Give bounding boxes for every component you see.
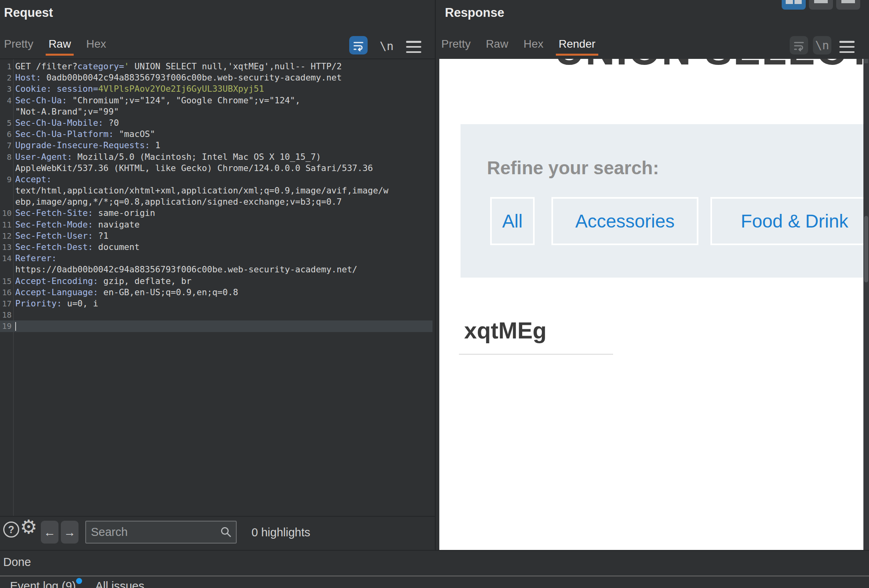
filter-button-food-drink[interactable]: Food & Drink — [710, 197, 863, 245]
editor-top-divider — [0, 58, 435, 59]
search-previous-button[interactable]: ← — [41, 521, 58, 544]
code-line[interactable]: 16Accept-Language: en-GB,en-US;q=0.9,en;… — [0, 287, 434, 298]
line-number: 19 — [0, 320, 12, 332]
maximize-icon — [841, 0, 855, 3]
code-line[interactable]: 12Sec-Fetch-User: ?1 — [0, 230, 434, 242]
code-line-text: Cookie: session=4VlPlsPAov2YOe2Ij6GyUL33… — [15, 83, 264, 95]
code-line[interactable]: 15Accept-Encoding: gzip, deflate, br — [0, 276, 434, 287]
code-line-text: Sec-Ch-Ua-Platform: "macOS" — [15, 129, 155, 140]
tab-raw[interactable]: Raw — [486, 38, 508, 56]
line-number: 3 — [0, 83, 12, 95]
response-word-wrap-toggle-button[interactable] — [790, 36, 808, 54]
code-line[interactable]: 10Sec-Fetch-Site: same-origin — [0, 207, 434, 219]
code-line-text: Sec-Fetch-User: ?1 — [15, 230, 109, 242]
code-line[interactable]: "Not-A.Brand";v="99" — [0, 106, 434, 117]
code-line[interactable]: https://0adb00b0042c94a88356793f006c00be… — [0, 264, 434, 275]
code-line-text — [15, 320, 16, 332]
help-button[interactable]: ? — [3, 522, 19, 538]
code-line[interactable]: text/html,application/xhtml+xml,applicat… — [0, 185, 434, 196]
code-line-text: Host: 0adb00b0042c94a88356793f006c00be.w… — [15, 72, 342, 83]
word-wrap-toggle-button[interactable] — [349, 36, 368, 54]
newline-toggle-button[interactable]: \n — [380, 39, 394, 53]
response-scrollbar-track[interactable] — [863, 59, 869, 550]
code-line-text: User-Agent: Mozilla/5.0 (Macintosh; Inte… — [15, 151, 321, 163]
code-line[interactable]: 13Sec-Fetch-Dest: document — [0, 242, 434, 253]
response-newline-toggle-button[interactable]: \n — [813, 36, 831, 54]
code-line-text: https://0adb00b0042c94a88356793f006c00be… — [15, 264, 357, 275]
code-line-text: ebp,image/apng,*/*;q=0.8,application/sig… — [15, 196, 342, 207]
hamburger-icon — [839, 41, 855, 43]
all-issues-button[interactable]: All issues — [95, 580, 145, 588]
line-number: 4 — [0, 95, 12, 106]
code-line-text: Sec-Fetch-Site: same-origin — [15, 207, 155, 219]
code-line[interactable]: 4Sec-Ch-Ua: "Chromium";v="124", "Google … — [0, 95, 434, 106]
code-line[interactable]: AppleWebKit/537.36 (KHTML, like Gecko) C… — [0, 163, 434, 174]
code-line[interactable]: ebp,image/apng,*/*;q=0.8,application/sig… — [0, 196, 434, 207]
layout-columns-button[interactable] — [782, 0, 806, 10]
code-line-text: text/html,application/xhtml+xml,applicat… — [15, 185, 388, 196]
filter-button-all[interactable]: All — [490, 197, 535, 245]
code-line[interactable]: 17Priority: u=0, i — [0, 298, 434, 309]
refine-search-panel: Refine your search: AllAccessoriesFood &… — [461, 124, 863, 278]
line-number: 5 — [0, 117, 12, 129]
request-panel: Request PrettyRawHex \n 1GET /filter?cat… — [0, 0, 435, 550]
code-line-text: Referer: — [15, 253, 57, 264]
search-next-button[interactable]: → — [61, 521, 78, 544]
result-heading-rule — [459, 354, 613, 355]
code-line-text: Sec-Fetch-Mode: navigate — [15, 219, 140, 230]
code-line-text: Accept: — [15, 174, 52, 185]
search-field-wrapper — [85, 521, 237, 544]
highlights-count: 0 highlights — [251, 526, 310, 539]
response-scrollbar-thumb[interactable] — [864, 216, 868, 282]
request-tab-bar: PrettyRawHex — [4, 38, 106, 56]
line-number: 1 — [0, 61, 12, 72]
status-divider — [0, 576, 869, 576]
tab-hex[interactable]: Hex — [86, 38, 106, 56]
arrow-left-icon: ← — [44, 526, 56, 539]
tab-pretty[interactable]: Pretty — [441, 38, 471, 56]
code-line-selected[interactable]: 19 — [0, 320, 432, 332]
tab-pretty[interactable]: Pretty — [4, 38, 33, 56]
code-line[interactable]: 6Sec-Ch-Ua-Platform: "macOS" — [0, 129, 434, 140]
filter-button-accessories[interactable]: Accessories — [551, 197, 698, 245]
layout-maximize-button[interactable] — [836, 0, 860, 10]
code-line[interactable]: 11Sec-Fetch-Mode: navigate — [0, 219, 434, 230]
line-number: 15 — [0, 276, 12, 287]
line-number: 13 — [0, 242, 12, 253]
settings-button[interactable]: ⚙ — [20, 518, 37, 537]
event-log-button[interactable]: Event log (9) — [10, 580, 76, 588]
line-number: 11 — [0, 219, 12, 230]
tab-raw[interactable]: Raw — [48, 38, 71, 56]
code-line-text: Upgrade-Insecure-Requests: 1 — [15, 140, 160, 151]
code-line[interactable]: 5Sec-Ch-Ua-Mobile: ?0 — [0, 117, 434, 129]
search-input[interactable] — [85, 521, 237, 544]
code-line-text: Sec-Fetch-Dest: document — [15, 242, 140, 253]
code-line[interactable]: 2Host: 0adb00b0042c94a88356793f006c00be.… — [0, 72, 434, 83]
tab-hex[interactable]: Hex — [523, 38, 543, 56]
code-line[interactable]: 1GET /filter?category=' UNION SELECT nul… — [0, 61, 434, 72]
arrow-right-icon: → — [64, 526, 76, 539]
toolbar-divider — [0, 516, 435, 517]
code-line-text: AppleWebKit/537.36 (KHTML, like Gecko) C… — [15, 163, 373, 174]
code-line[interactable]: 3Cookie: session=4VlPlsPAov2YOe2Ij6GyUL3… — [0, 83, 434, 95]
code-line[interactable]: 14Referer: — [0, 253, 434, 264]
request-editor[interactable]: 1GET /filter?category=' UNION SELECT nul… — [0, 61, 434, 332]
layout-rows-button[interactable] — [809, 0, 833, 10]
hamburger-icon — [406, 41, 421, 43]
gear-icon: ⚙ — [20, 516, 37, 538]
request-menu-button[interactable] — [406, 41, 421, 53]
code-line[interactable]: 7Upgrade-Insecure-Requests: 1 — [0, 140, 434, 151]
code-line[interactable]: 18 — [0, 309, 434, 320]
status-done-label: Done — [3, 556, 31, 569]
code-line-text: Priority: u=0, i — [15, 298, 98, 309]
search-icon — [220, 526, 232, 538]
word-wrap-icon — [793, 39, 805, 51]
response-render-view: UNION SELECT null Refine your search: Al… — [439, 59, 863, 550]
code-line-text: Accept-Encoding: gzip, deflate, br — [15, 276, 191, 287]
code-line[interactable]: 9Accept: — [0, 174, 434, 185]
code-line[interactable]: 8User-Agent: Mozilla/5.0 (Macintosh; Int… — [0, 151, 434, 163]
tab-render[interactable]: Render — [559, 38, 595, 56]
rows-icon — [814, 0, 828, 3]
rendered-page-heading-clipped: UNION SELECT null — [555, 59, 863, 71]
response-menu-button[interactable] — [839, 41, 855, 53]
